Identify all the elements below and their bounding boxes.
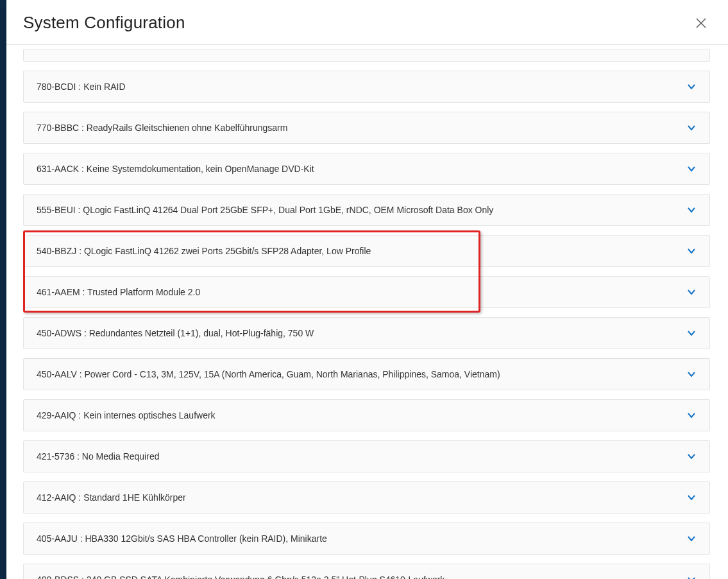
- chevron-down-icon: [686, 369, 697, 379]
- accordion-item-partial[interactable]: [23, 49, 710, 62]
- chevron-down-icon: [686, 492, 697, 503]
- accordion-label: 400-BDSS : 240 GB SSD SATA Kombinierte V…: [37, 575, 444, 579]
- accordion-label: 555-BEUI : QLogic FastLinQ 41264 Dual Po…: [37, 205, 493, 215]
- accordion-label: 631-AACK : Keine Systemdokumentation, ke…: [37, 164, 314, 174]
- chevron-down-icon: [686, 164, 697, 174]
- accordion-item[interactable]: 631-AACK : Keine Systemdokumentation, ke…: [23, 153, 710, 185]
- accordion-item[interactable]: 412-AAIQ : Standard 1HE Kühlkörper: [23, 481, 710, 514]
- chevron-down-icon: [686, 287, 697, 297]
- chevron-down-icon: [686, 533, 697, 544]
- chevron-down-icon: [686, 328, 697, 338]
- accordion-item[interactable]: 450-AALV : Power Cord - C13, 3M, 125V, 1…: [23, 358, 710, 390]
- system-configuration-modal: System Configuration 780-BCDI : Kein RAI…: [6, 0, 728, 579]
- accordion-item[interactable]: 450-ADWS : Redundantes Netzteil (1+1), d…: [23, 317, 710, 349]
- chevron-down-icon: [686, 246, 697, 256]
- accordion-item[interactable]: 555-BEUI : QLogic FastLinQ 41264 Dual Po…: [23, 194, 710, 226]
- accordion-item[interactable]: 780-BCDI : Kein RAID: [23, 71, 710, 103]
- close-button[interactable]: [692, 14, 710, 32]
- accordion-label: 412-AAIQ : Standard 1HE Kühlkörper: [37, 492, 186, 503]
- accordion-label: 421-5736 : No Media Required: [37, 451, 159, 462]
- accordion-item[interactable]: 405-AAJU : HBA330 12Gbit/s SAS HBA Contr…: [23, 523, 710, 555]
- accordion-label: 770-BBBC : ReadyRails Gleitschienen ohne…: [37, 123, 287, 133]
- close-icon: [696, 18, 706, 28]
- accordion-item[interactable]: 429-AAIQ : Kein internes optisches Laufw…: [23, 399, 710, 431]
- accordion-item[interactable]: 400-BDSS : 240 GB SSD SATA Kombinierte V…: [23, 564, 710, 579]
- accordion-label: 450-ADWS : Redundantes Netzteil (1+1), d…: [37, 328, 314, 338]
- accordion-item[interactable]: 770-BBBC : ReadyRails Gleitschienen ohne…: [23, 112, 710, 144]
- accordion-label: 461-AAEM : Trusted Platform Module 2.0: [37, 287, 200, 297]
- accordion-label: 405-AAJU : HBA330 12Gbit/s SAS HBA Contr…: [37, 533, 327, 544]
- modal-scroll-area[interactable]: 780-BCDI : Kein RAID 770-BBBC : ReadyRai…: [6, 45, 716, 579]
- accordion-label: 540-BBZJ : QLogic FastLinQ 41262 zwei Po…: [37, 246, 371, 256]
- accordion-item[interactable]: 421-5736 : No Media Required: [23, 440, 710, 472]
- accordion-item[interactable]: 461-AAEM : Trusted Platform Module 2.0: [23, 276, 710, 308]
- chevron-down-icon: [686, 451, 697, 462]
- chevron-down-icon: [686, 575, 697, 579]
- accordion-item[interactable]: 540-BBZJ : QLogic FastLinQ 41262 zwei Po…: [23, 235, 710, 267]
- chevron-down-icon: [686, 410, 697, 420]
- modal-body-wrap: 780-BCDI : Kein RAID 770-BBBC : ReadyRai…: [6, 45, 728, 579]
- accordion-label: 429-AAIQ : Kein internes optisches Laufw…: [37, 410, 216, 420]
- chevron-down-icon: [686, 123, 697, 133]
- modal-title: System Configuration: [23, 13, 185, 33]
- modal-header: System Configuration: [6, 0, 728, 45]
- accordion-label: 450-AALV : Power Cord - C13, 3M, 125V, 1…: [37, 369, 500, 379]
- chevron-down-icon: [686, 205, 697, 215]
- accordion-label: 780-BCDI : Kein RAID: [37, 82, 126, 92]
- chevron-down-icon: [686, 82, 697, 92]
